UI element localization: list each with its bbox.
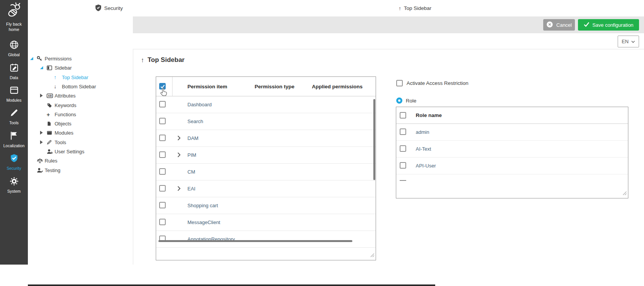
table-resize-handle[interactable] xyxy=(370,252,374,259)
user-gear-icon xyxy=(47,149,55,154)
permission-row-eai[interactable]: EAI xyxy=(156,180,376,197)
tree-item-tools[interactable]: Tools xyxy=(40,138,66,147)
page-title: ↑ Top Sidebar xyxy=(141,55,184,65)
tree-item-label: Sidebar xyxy=(55,65,72,71)
role-row-checkbox[interactable] xyxy=(400,145,406,152)
action-bar: Cancel Save configuration xyxy=(133,16,644,33)
check-icon xyxy=(584,22,589,28)
attributes-icon: AB xyxy=(47,93,55,98)
role-row-api-user[interactable]: API-User xyxy=(396,157,628,174)
tree-item-label: Rules xyxy=(45,158,57,164)
permission-row-dam[interactable]: DAM xyxy=(156,130,376,147)
row-checkbox[interactable] xyxy=(159,135,166,141)
tree-item-functions[interactable]: +Functions xyxy=(40,110,76,119)
role-row-checkbox[interactable] xyxy=(400,162,406,169)
tree-item-objects[interactable]: Objects xyxy=(40,119,71,128)
permission-row-pim[interactable]: PIM xyxy=(156,146,376,164)
permission-item-label: Shopping cart xyxy=(187,197,218,214)
tree-item-testing[interactable]: Testing xyxy=(30,166,60,175)
role-row-admin[interactable]: admin xyxy=(396,123,628,141)
tree-item-permissions[interactable]: Permissions xyxy=(30,54,72,63)
rail-item-label: Global xyxy=(8,52,19,57)
row-checkbox[interactable] xyxy=(159,168,166,175)
role-radio-button[interactable] xyxy=(396,98,402,104)
permission-item-label: Dashboard xyxy=(187,96,212,113)
permission-row-cm[interactable]: CM xyxy=(156,163,376,180)
tree-expand-toggle-icon[interactable] xyxy=(40,94,47,98)
tree-item-label: Testing xyxy=(45,167,60,173)
role-table-resize-handle[interactable] xyxy=(622,190,627,197)
horizontal-scrollbar-thumb[interactable] xyxy=(158,240,352,242)
page-title-label: Top Sidebar xyxy=(148,56,185,64)
permission-item-label: PIM xyxy=(187,146,196,163)
permission-row-shopping-cart[interactable]: Shopping cart xyxy=(156,197,376,214)
permission-item-label: CM xyxy=(187,163,195,180)
chevron-right-icon[interactable] xyxy=(177,152,181,158)
role-name-column-header: Role name xyxy=(416,107,442,123)
row-checkbox[interactable] xyxy=(159,151,166,158)
globe-icon xyxy=(9,40,19,51)
select-all-checkbox[interactable] xyxy=(159,83,166,89)
tree-item-label: Permissions xyxy=(45,56,72,62)
rail-item-label: Security xyxy=(7,166,21,171)
fly-back-home-label: Fly back home xyxy=(2,21,26,32)
rail-item-data[interactable]: Data xyxy=(0,63,28,80)
sidebar-layout-icon xyxy=(47,65,55,71)
cancel-button[interactable]: Cancel xyxy=(543,19,575,31)
tree-item-keywords[interactable]: Keywords xyxy=(40,101,76,110)
tree-expand-toggle-icon[interactable] xyxy=(40,131,47,135)
permissions-table-header: Permission itemPermission typeApplied pe… xyxy=(156,77,376,96)
role-row-checkbox[interactable] xyxy=(400,128,406,135)
tree-collapse-toggle-icon[interactable] xyxy=(40,66,47,69)
vertical-scrollbar-thumb[interactable] xyxy=(373,99,375,180)
save-configuration-button[interactable]: Save configuration xyxy=(578,19,639,31)
role-select-all-checkbox[interactable] xyxy=(400,112,406,119)
tag-icon xyxy=(47,102,55,108)
rail-item-modules[interactable]: Modules xyxy=(0,85,28,102)
tree-item-user-settings[interactable]: User Settings xyxy=(40,147,84,156)
chevron-right-icon[interactable] xyxy=(177,135,181,141)
permission-row-annotationrepository[interactable]: AnnotationRepository xyxy=(156,231,376,248)
arrow-up-icon: ↑ xyxy=(141,57,144,63)
tree-item-bottom-sidebar[interactable]: ↓Bottom Sidebar xyxy=(54,82,96,91)
role-radio-label: Role xyxy=(406,98,416,104)
system-gear-icon xyxy=(9,176,19,188)
tree-item-modules[interactable]: Modules xyxy=(40,128,73,137)
rail-item-global[interactable]: Global xyxy=(0,40,28,57)
chevron-down-icon xyxy=(631,39,635,44)
rail-item-security[interactable]: Security xyxy=(0,153,28,171)
row-checkbox[interactable] xyxy=(159,101,166,107)
tree-expand-toggle-icon[interactable] xyxy=(40,140,47,144)
tree-item-top-sidebar[interactable]: ↑Top Sidebar xyxy=(54,73,88,82)
security-shield-icon xyxy=(9,153,19,165)
localization-flag-icon xyxy=(9,131,19,142)
chevron-right-icon[interactable] xyxy=(177,186,181,191)
tree-item-label: Objects xyxy=(55,121,71,127)
row-checkbox[interactable] xyxy=(159,185,166,192)
language-bar: EN xyxy=(133,33,644,49)
permission-row-search[interactable]: Search xyxy=(156,113,376,130)
tree-item-sidebar[interactable]: Sidebar xyxy=(40,63,72,72)
activate-access-restriction-checkbox[interactable] xyxy=(396,80,403,86)
arrow-up-icon: ↑ xyxy=(399,6,401,11)
tree-item-attributes[interactable]: ABAttributes xyxy=(40,91,76,100)
row-checkbox[interactable] xyxy=(159,202,166,208)
fly-back-home-button[interactable]: Fly back home xyxy=(0,2,28,32)
permission-row-messageclient[interactable]: MessageClient xyxy=(156,214,376,231)
row-checkbox[interactable] xyxy=(159,118,166,124)
role-row-ai-text[interactable]: AI-Text xyxy=(396,140,628,158)
permission-item-label: Search xyxy=(187,113,203,130)
row-checkbox[interactable] xyxy=(159,219,166,225)
arrow-down-icon: ↓ xyxy=(54,84,62,89)
language-selector[interactable]: EN xyxy=(618,36,639,47)
tree-item-label: Tools xyxy=(55,140,66,145)
tree-item-rules[interactable]: Rules xyxy=(30,156,57,165)
tree-item-label: Bottom Sidebar xyxy=(62,84,96,89)
current-section-indicator: Security xyxy=(95,0,123,16)
rail-item-system[interactable]: System xyxy=(0,176,28,193)
permission-item-label: AnnotationRepository xyxy=(187,231,235,247)
rail-item-tools[interactable]: Tools xyxy=(0,108,28,125)
permission-row-dashboard[interactable]: Dashboard xyxy=(156,96,376,113)
rail-item-localization[interactable]: Localization xyxy=(0,131,28,148)
tree-collapse-toggle-icon[interactable] xyxy=(30,57,37,60)
